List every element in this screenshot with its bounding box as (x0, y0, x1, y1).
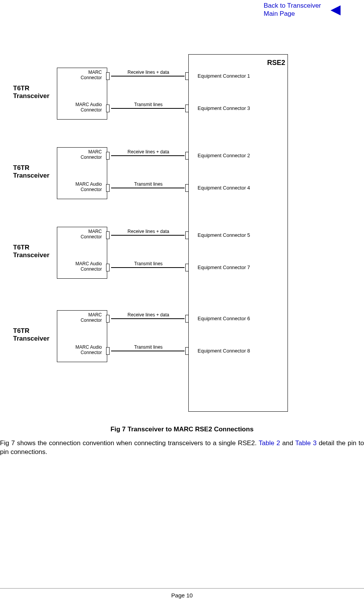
equipment-connector-label: Equipment Connector 5 (198, 232, 250, 238)
rse2-title: RSE2 (267, 59, 285, 67)
transceiver-label: T6TRTransceiver (13, 164, 55, 180)
line-label: Receive lines + data (114, 229, 183, 234)
connector-port (185, 347, 189, 355)
connector-port (106, 315, 110, 323)
transceiver-label: T6TRTransceiver (13, 85, 55, 100)
connector-port (185, 105, 189, 112)
connection-line (111, 318, 184, 319)
connector-port (106, 231, 110, 239)
connector-port (106, 184, 110, 192)
connection-line (111, 108, 184, 109)
connector-label: MARCConnector (67, 313, 102, 323)
connector-port (106, 152, 110, 160)
connector-label: MARC AudioConnector (67, 345, 102, 356)
connector-label: MARC AudioConnector (67, 182, 102, 193)
footer-divider (0, 588, 364, 589)
body-paragraph: Fig 7 shows the connection convention wh… (0, 439, 364, 457)
connector-label: MARC AudioConnector (67, 102, 102, 113)
table2-link[interactable]: Table 2 (259, 439, 280, 447)
connector-port (185, 152, 189, 160)
equipment-connector-label: Equipment Connector 4 (198, 185, 250, 191)
equipment-connector-label: Equipment Connector 6 (198, 316, 250, 321)
connector-label: MARC AudioConnector (67, 261, 102, 272)
line-label: Transmit lines (114, 261, 183, 266)
page-number: Page 10 (0, 592, 364, 599)
connector-port (185, 264, 189, 271)
page: Back to Transceiver Main Page RSE2 T6TRT… (0, 0, 364, 612)
figure-caption: Fig 7 Transceiver to MARC RSE2 Connectio… (0, 426, 364, 433)
connector-label: MARCConnector (67, 229, 102, 240)
connector-port (185, 72, 189, 80)
transceiver-label: T6TRTransceiver (13, 327, 55, 343)
equipment-connector-label: Equipment Connector 1 (198, 73, 250, 79)
connection-line (111, 155, 184, 156)
connector-port (185, 231, 189, 239)
para-text: Fig 7 shows the connection convention wh… (0, 439, 259, 447)
connection-line (111, 267, 184, 268)
connector-port (106, 264, 110, 271)
connector-port (185, 315, 189, 323)
connector-port (106, 347, 110, 355)
transceiver-label: T6TRTransceiver (13, 244, 55, 259)
line-label: Receive lines + data (114, 149, 183, 155)
equipment-connector-label: Equipment Connector 2 (198, 153, 250, 158)
equipment-connector-label: Equipment Connector 8 (198, 348, 250, 354)
connection-line (111, 76, 184, 76)
connection-diagram: RSE2 T6TRTransceiverMARCConnectorMARC Au… (0, 0, 364, 431)
equipment-connector-label: Equipment Connector 7 (198, 264, 250, 270)
para-text: and (280, 439, 295, 447)
equipment-connector-label: Equipment Connector 3 (198, 105, 250, 111)
line-label: Transmit lines (114, 344, 183, 350)
line-label: Transmit lines (114, 102, 183, 107)
line-label: Receive lines + data (114, 70, 183, 75)
line-label: Receive lines + data (114, 312, 183, 318)
table3-link[interactable]: Table 3 (295, 439, 317, 447)
connector-port (185, 184, 189, 192)
line-label: Transmit lines (114, 181, 183, 187)
connector-label: MARCConnector (67, 70, 102, 81)
connection-line (111, 235, 184, 236)
connection-line (111, 188, 184, 188)
connection-line (111, 351, 184, 351)
connector-port (106, 72, 110, 80)
connector-label: MARCConnector (67, 150, 102, 160)
connector-port (106, 105, 110, 112)
